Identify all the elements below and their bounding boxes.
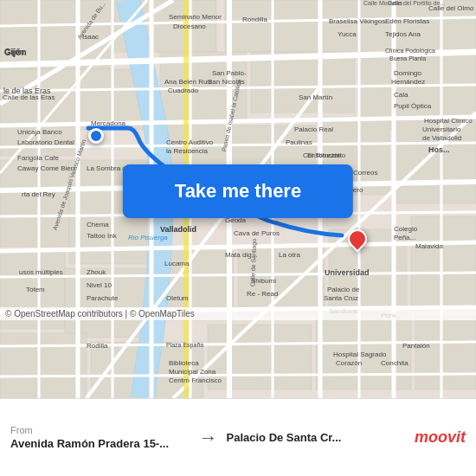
label-rio: Rio Pisuerga xyxy=(128,234,168,241)
svg-rect-9 xyxy=(0,160,69,247)
svg-rect-20 xyxy=(411,216,476,312)
copyright-text: © OpenStreetMap contributors | © OpenMap… xyxy=(5,309,195,318)
copyright-bar: © OpenStreetMap contributors | © OpenMap… xyxy=(0,307,476,320)
svg-rect-21 xyxy=(0,333,87,398)
from-label: From xyxy=(10,425,190,435)
moovit-logo: moovit xyxy=(415,428,466,447)
arrow-icon: → xyxy=(199,427,218,449)
map-container: Gijón Gijón le de las Eras Calle de las … xyxy=(0,0,476,398)
svg-rect-23 xyxy=(208,325,312,389)
origin-marker xyxy=(88,128,104,144)
label-calle-portillo: Calle del Portillo de... xyxy=(388,0,445,6)
bottom-navigation-bar: From Avenida Ramón Pradera 15-... → Pala… xyxy=(0,398,476,476)
destination-marker xyxy=(348,229,367,248)
moovit-brand-text: moovit xyxy=(415,428,466,447)
svg-rect-7 xyxy=(251,52,355,113)
take-me-there-button[interactable]: Take me there xyxy=(123,164,353,218)
to-section: Palacio De Santa Cr... xyxy=(227,431,407,444)
svg-rect-25 xyxy=(415,316,476,389)
svg-rect-14 xyxy=(394,117,476,203)
from-section: From Avenida Ramón Pradera 15-... xyxy=(10,425,190,450)
from-value: Avenida Ramón Pradera 15-... xyxy=(10,437,190,450)
to-value: Palacio De Santa Cr... xyxy=(227,431,407,444)
svg-rect-24 xyxy=(316,312,411,389)
svg-rect-3 xyxy=(225,0,476,52)
